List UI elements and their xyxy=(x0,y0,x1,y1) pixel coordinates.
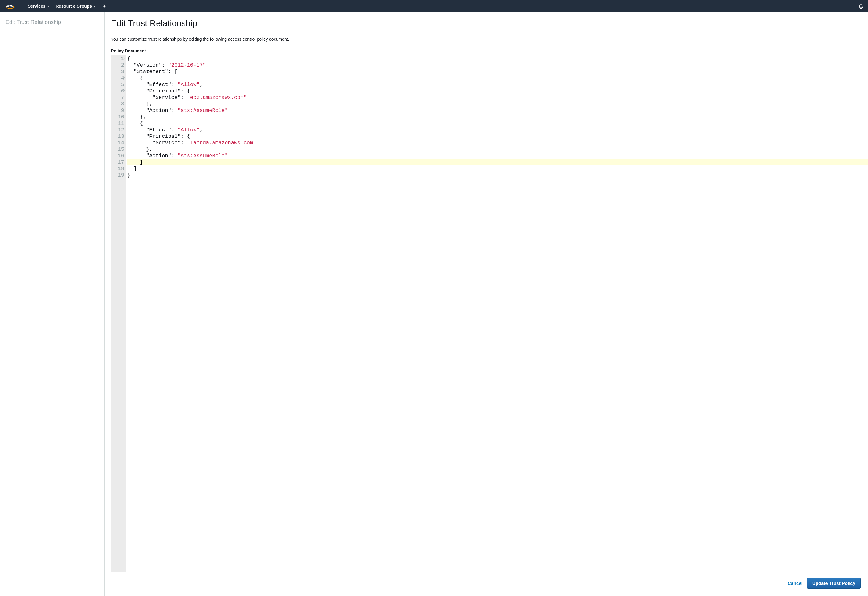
bell-icon[interactable] xyxy=(858,3,864,9)
chevron-down-icon: ▾ xyxy=(94,4,95,8)
top-navbar: aws Services ▾ Resource Groups ▾ xyxy=(0,0,868,12)
update-trust-policy-button[interactable]: Update Trust Policy xyxy=(807,578,861,589)
sidebar: Edit Trust Relationship xyxy=(0,12,105,596)
footer-actions: Cancel Update Trust Policy xyxy=(105,572,868,596)
chevron-down-icon: ▾ xyxy=(47,4,49,8)
cancel-button[interactable]: Cancel xyxy=(788,581,803,586)
main-panel: Edit Trust Relationship You can customiz… xyxy=(105,12,868,596)
page-description: You can customize trust relationships by… xyxy=(111,37,868,41)
page-title: Edit Trust Relationship xyxy=(111,19,868,31)
policy-editor[interactable]: 12345678910111213141516171819 { "Version… xyxy=(111,55,868,572)
editor-code[interactable]: { "Version": "2012-10-17", "Statement": … xyxy=(126,56,868,572)
sidebar-title: Edit Trust Relationship xyxy=(6,19,99,25)
editor-gutter: 12345678910111213141516171819 xyxy=(111,56,126,572)
policy-document-label: Policy Document xyxy=(111,49,868,53)
nav-resource-groups-label: Resource Groups xyxy=(56,4,92,9)
pin-icon[interactable] xyxy=(102,4,106,8)
nav-services-label: Services xyxy=(28,4,46,9)
nav-resource-groups[interactable]: Resource Groups ▾ xyxy=(56,4,95,9)
aws-logo[interactable]: aws xyxy=(6,3,21,9)
svg-text:aws: aws xyxy=(6,3,13,8)
nav-services[interactable]: Services ▾ xyxy=(28,4,49,9)
